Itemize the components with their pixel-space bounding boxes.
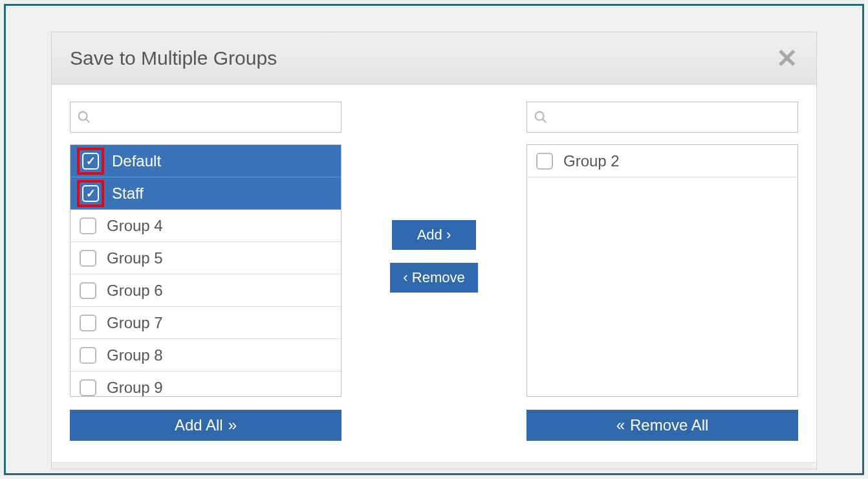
checkbox[interactable]: ✓ [536, 153, 553, 170]
checkmark-icon: ✓ [86, 154, 96, 168]
list-item[interactable]: ✓Group 6 [71, 274, 341, 307]
available-groups-search[interactable] [70, 102, 342, 133]
checkbox-highlight: ✓ [77, 148, 104, 175]
remove-button-label: Remove [412, 269, 465, 285]
list-item[interactable]: ✓Group 9 [71, 372, 341, 397]
checkmark-icon: ✓ [86, 186, 96, 201]
outer-frame: Save to Multiple Groups ✕ ✓Default✓Staff… [4, 4, 864, 475]
checkbox-highlight: ✓ [77, 247, 99, 269]
checkbox[interactable]: ✓ [82, 153, 99, 170]
dialog-body: ✓Default✓Staff✓Group 4✓Group 5✓Group 6✓G… [52, 85, 816, 462]
add-button-label: Add [417, 227, 442, 243]
list-item[interactable]: ✓Group 2 [527, 145, 797, 177]
checkbox-highlight: ✓ [77, 344, 99, 366]
dialog-header: Save to Multiple Groups ✕ [52, 32, 816, 85]
list-item[interactable]: ✓Group 5 [71, 242, 341, 274]
list-item[interactable]: ✓Default [71, 145, 341, 177]
dialog-footer [52, 462, 816, 469]
list-item-label: Group 2 [563, 152, 620, 170]
add-all-button[interactable]: Add All » [70, 410, 342, 441]
list-item-label: Group 7 [107, 314, 163, 332]
available-groups-panel: ✓Default✓Staff✓Group 4✓Group 5✓Group 6✓G… [70, 102, 342, 462]
checkbox-highlight: ✓ [534, 150, 556, 172]
checkbox[interactable]: ✓ [80, 282, 96, 299]
checkbox[interactable]: ✓ [80, 379, 96, 396]
available-groups-list[interactable]: ✓Default✓Staff✓Group 4✓Group 5✓Group 6✓G… [70, 144, 342, 397]
search-icon [534, 110, 548, 124]
double-chevron-right-icon: » [228, 416, 237, 434]
list-item-label: Group 5 [107, 249, 163, 267]
checkbox[interactable]: ✓ [82, 185, 99, 202]
list-item[interactable]: ✓Group 8 [71, 339, 341, 372]
checkbox-highlight: ✓ [77, 377, 99, 397]
list-item[interactable]: ✓Group 7 [71, 307, 341, 339]
close-icon[interactable]: ✕ [776, 45, 798, 71]
svg-point-2 [536, 112, 544, 120]
remove-all-label: Remove All [630, 416, 708, 434]
double-chevron-left-icon: « [616, 416, 625, 434]
search-icon [77, 110, 91, 124]
transfer-buttons: Add › ‹ Remove [342, 102, 526, 462]
list-item-label: Staff [112, 184, 144, 203]
save-to-multiple-groups-dialog: Save to Multiple Groups ✕ ✓Default✓Staff… [51, 32, 817, 469]
list-item[interactable]: ✓Staff [71, 177, 341, 210]
list-item-label: Group 8 [107, 346, 163, 364]
selected-groups-search-input[interactable] [552, 109, 791, 126]
checkbox-highlight: ✓ [77, 215, 99, 237]
list-item[interactable]: ✓Group 4 [71, 210, 341, 242]
svg-point-0 [79, 112, 87, 120]
dialog-title: Save to Multiple Groups [70, 47, 277, 69]
svg-line-1 [86, 119, 90, 123]
selected-groups-panel: ✓Group 2 « Remove All [526, 102, 798, 462]
remove-all-button[interactable]: « Remove All [526, 410, 798, 441]
chevron-left-icon: ‹ [403, 269, 411, 285]
remove-button[interactable]: ‹ Remove [390, 263, 477, 293]
available-groups-search-input[interactable] [95, 109, 334, 126]
checkbox-highlight: ✓ [77, 180, 104, 207]
add-all-label: Add All [175, 416, 223, 434]
svg-line-3 [543, 119, 547, 123]
checkbox-highlight: ✓ [77, 280, 99, 302]
selected-groups-search[interactable] [526, 102, 798, 133]
checkbox[interactable]: ✓ [80, 217, 96, 234]
checkbox-highlight: ✓ [77, 312, 99, 334]
list-item-label: Default [112, 152, 161, 170]
list-item-label: Group 9 [107, 379, 163, 397]
checkbox[interactable]: ✓ [80, 347, 96, 364]
list-item-label: Group 4 [107, 217, 163, 235]
selected-groups-list[interactable]: ✓Group 2 [526, 144, 798, 397]
checkbox[interactable]: ✓ [80, 315, 96, 331]
checkbox[interactable]: ✓ [80, 250, 96, 267]
list-item-label: Group 6 [107, 282, 163, 300]
add-button[interactable]: Add › [392, 220, 476, 250]
chevron-right-icon: › [446, 227, 451, 243]
